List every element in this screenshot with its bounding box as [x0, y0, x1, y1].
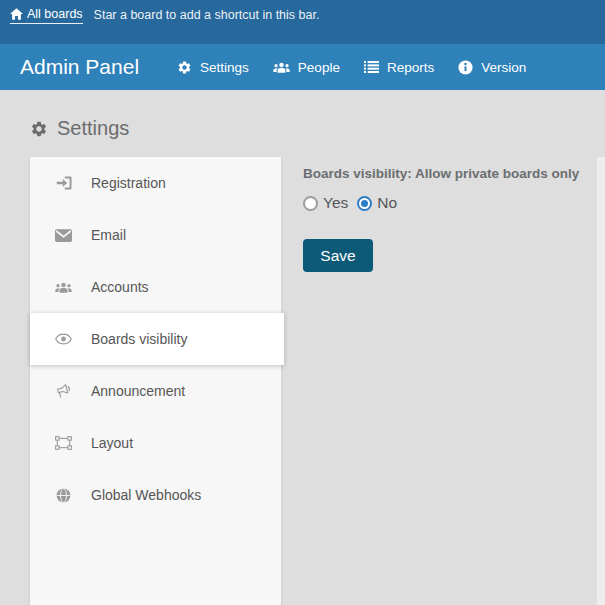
radio-no-label[interactable]: No [377, 194, 397, 212]
nav-item-version[interactable]: Version [456, 56, 528, 79]
admin-navbar: Admin Panel Settings People Reports [0, 44, 605, 90]
page-title-label: Settings [57, 117, 129, 140]
boards-visibility-panel: Boards visibility: Allow private boards … [303, 157, 593, 272]
sidebar-item-label: Global Webhooks [91, 487, 201, 503]
all-boards-link[interactable]: All boards [10, 7, 83, 24]
sidebar-item-email[interactable]: Email [30, 209, 281, 261]
globe-icon [54, 488, 73, 503]
save-button[interactable]: Save [303, 239, 373, 272]
home-icon [10, 8, 23, 20]
people-icon [273, 61, 290, 74]
info-circle-icon [458, 60, 473, 75]
bullhorn-icon [54, 384, 73, 399]
radio-yes-label[interactable]: Yes [323, 194, 348, 212]
nav-item-label: People [298, 60, 340, 75]
object-group-icon [54, 436, 73, 450]
users-icon [54, 281, 73, 294]
nav-item-label: Version [481, 60, 526, 75]
navbar-items: Settings People Reports Version [175, 56, 528, 79]
shortcut-bar: All boards Star a board to add a shortcu… [0, 0, 605, 44]
sidebar-item-boards-visibility[interactable]: Boards visibility [30, 313, 284, 365]
boards-visibility-options: Yes No [303, 194, 593, 212]
nav-item-settings[interactable]: Settings [175, 56, 251, 79]
navbar-brand[interactable]: Admin Panel [20, 55, 139, 79]
setting-heading: Boards visibility: Allow private boards … [303, 166, 593, 181]
nav-item-label: Reports [387, 60, 434, 75]
sidebar-item-label: Registration [91, 175, 166, 191]
sidebar-item-layout[interactable]: Layout [30, 417, 281, 469]
all-boards-label: All boards [27, 7, 83, 21]
sidebar-item-label: Email [91, 227, 126, 243]
sidebar-item-global-webhooks[interactable]: Global Webhooks [30, 469, 281, 521]
sign-in-icon [54, 175, 73, 191]
radio-no[interactable] [357, 196, 372, 211]
sidebar-item-label: Layout [91, 435, 133, 451]
list-icon [364, 61, 379, 73]
eye-icon [54, 333, 73, 345]
nav-item-reports[interactable]: Reports [362, 56, 436, 79]
sidebar-item-label: Boards visibility [91, 331, 187, 347]
admin-panel-page: All boards Star a board to add a shortcu… [0, 0, 605, 605]
envelope-icon [54, 229, 73, 242]
nav-item-label: Settings [200, 60, 249, 75]
next-panel-edge [597, 157, 605, 605]
sidebar-item-announcement[interactable]: Announcement [30, 365, 281, 417]
gear-icon [30, 120, 48, 138]
gear-icon [177, 60, 192, 75]
page-title: Settings [30, 117, 129, 140]
settings-sidebar: Registration Email Accounts Boards visib… [30, 157, 281, 605]
sidebar-item-registration[interactable]: Registration [30, 157, 281, 209]
sidebar-item-accounts[interactable]: Accounts [30, 261, 281, 313]
sidebar-item-label: Accounts [91, 279, 149, 295]
nav-item-people[interactable]: People [271, 56, 342, 79]
radio-yes[interactable] [303, 196, 318, 211]
shortcut-bar-hint: Star a board to add a shortcut in this b… [94, 7, 320, 22]
sidebar-item-label: Announcement [91, 383, 185, 399]
